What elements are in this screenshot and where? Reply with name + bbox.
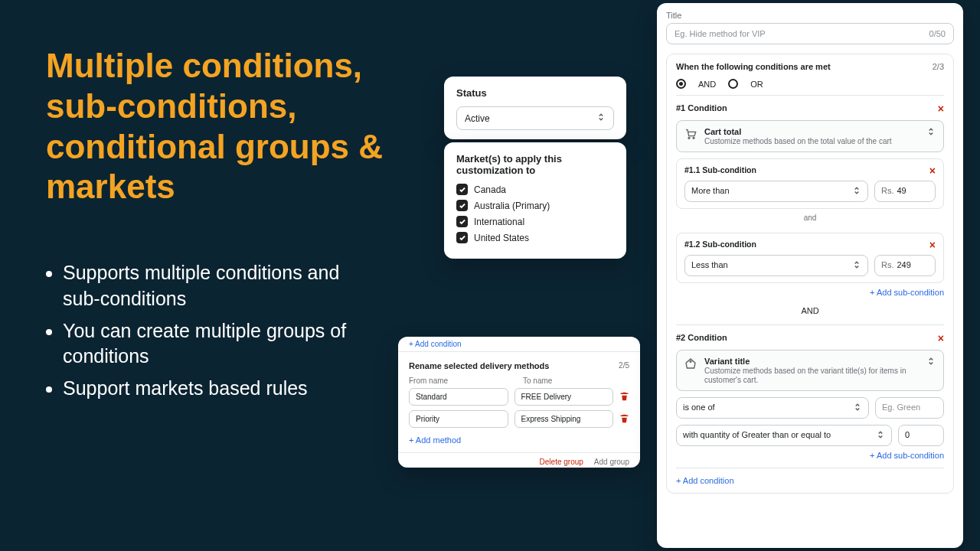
remove-sub-icon[interactable]: × xyxy=(929,165,936,176)
operator-select[interactable]: More than xyxy=(684,181,868,202)
from-name-label: From name xyxy=(409,377,515,385)
rename-count: 2/5 xyxy=(619,361,629,370)
rename-row: Standard FREE Delivery xyxy=(409,388,629,406)
value-input[interactable]: Rs. 249 xyxy=(874,255,936,276)
chevron-sort-icon xyxy=(852,186,861,197)
or-radio[interactable] xyxy=(728,79,738,89)
condition-count: 2/3 xyxy=(933,62,944,71)
hero-bullet: Supports multiple conditions and sub-con… xyxy=(63,260,361,312)
to-name-input[interactable]: FREE Delivery xyxy=(514,388,614,406)
from-name-input[interactable]: Standard xyxy=(409,388,508,406)
and-label: AND xyxy=(698,80,716,89)
svg-point-2 xyxy=(690,360,691,362)
trash-icon[interactable] xyxy=(619,391,629,403)
market-label: Australia (Primary) xyxy=(474,201,550,211)
condition-2: #2 Condition × Variant title Customize m… xyxy=(676,324,944,465)
condition-2-title: #2 Condition xyxy=(676,333,727,344)
svg-point-0 xyxy=(688,137,690,139)
sub-1-1-title: #1.1 Sub-condition xyxy=(684,165,756,176)
condition-1: #1 Condition × Cart total Customize meth… xyxy=(676,95,944,302)
chevron-sort-icon xyxy=(876,430,885,441)
or-label: OR xyxy=(750,80,763,89)
title-input[interactable]: Eg. Hide method for VIP 0/50 xyxy=(666,23,954,44)
sub-1-2-title: #1.2 Sub-condition xyxy=(684,240,756,250)
to-name-input[interactable]: Express Shipping xyxy=(514,410,614,428)
hero-bullets: Supports multiple conditions and sub-con… xyxy=(63,260,361,408)
condition-1-title: #1 Condition xyxy=(676,103,727,114)
operator-select[interactable]: is one of xyxy=(676,397,869,419)
status-select[interactable]: Active xyxy=(456,106,614,130)
market-label: United States xyxy=(474,233,529,243)
title-count: 0/50 xyxy=(929,29,946,38)
hero-title: Multiple conditions, sub-conditions, con… xyxy=(46,46,398,207)
add-sub-condition-link[interactable]: + Add sub-condition xyxy=(676,446,944,465)
quantity-input[interactable]: 0 xyxy=(898,425,944,446)
condition-type-select[interactable]: Cart total Customize methods based on th… xyxy=(676,120,944,152)
sub-condition-1-1: #1.1 Sub-condition × More than Rs. 49 xyxy=(676,158,944,209)
chevron-sort-icon xyxy=(596,112,606,124)
market-label: Canada xyxy=(474,184,506,195)
condition-type-title: Cart total xyxy=(704,127,920,136)
and-separator: AND xyxy=(676,302,944,320)
chevron-sort-icon xyxy=(926,127,936,138)
status-heading: Status xyxy=(456,87,614,99)
hero-bullet: You can create multiple groups of condit… xyxy=(63,318,361,370)
chevron-sort-icon xyxy=(852,260,861,271)
condition-type-desc: Customize methods based on the variant t… xyxy=(704,367,906,384)
chevron-sort-icon xyxy=(926,357,936,367)
quantity-op-select[interactable]: with quantity of Greater than or equal t… xyxy=(676,425,892,446)
checkbox-checked-icon[interactable] xyxy=(456,200,468,211)
value-input[interactable]: Rs. 49 xyxy=(874,181,936,202)
add-condition-link[interactable]: + Add condition xyxy=(676,468,944,485)
market-label: International xyxy=(474,217,524,227)
rename-card: + Add condition Rename selected delivery… xyxy=(398,337,640,468)
markets-card: Market(s) to apply this customization to… xyxy=(444,142,626,259)
status-value: Active xyxy=(465,113,490,124)
add-sub-condition-link[interactable]: + Add sub-condition xyxy=(676,283,944,302)
sub-condition-1-2: #1.2 Sub-condition × Less than Rs. 249 xyxy=(676,233,944,283)
currency-prefix: Rs. xyxy=(881,260,894,271)
condition-type-select[interactable]: Variant title Customize methods based on… xyxy=(676,350,944,391)
value-text: 249 xyxy=(897,260,911,271)
market-row[interactable]: United States xyxy=(456,232,614,243)
chevron-sort-icon xyxy=(853,403,862,413)
checkbox-checked-icon[interactable] xyxy=(456,184,468,195)
remove-condition-icon[interactable]: × xyxy=(938,103,944,114)
title-label: Title xyxy=(666,11,954,20)
add-method-link[interactable]: + Add method xyxy=(409,432,629,445)
delete-group-link[interactable]: Delete group xyxy=(540,458,583,466)
remove-sub-icon[interactable]: × xyxy=(929,240,936,250)
checkbox-checked-icon[interactable] xyxy=(456,216,468,227)
add-condition-strip[interactable]: + Add condition xyxy=(398,337,640,352)
condition-type-desc: Customize methods based on the total val… xyxy=(704,137,892,145)
when-heading: When the following conditions are met xyxy=(676,62,831,71)
status-card: Status Active xyxy=(444,77,626,139)
value-text: 49 xyxy=(897,186,906,197)
market-row[interactable]: Canada xyxy=(456,184,614,195)
market-row[interactable]: International xyxy=(456,216,614,227)
hero-bullet: Support markets based rules xyxy=(63,376,361,402)
condition-type-title: Variant title xyxy=(704,357,920,366)
currency-prefix: Rs. xyxy=(881,186,894,197)
trash-icon[interactable] xyxy=(619,413,629,425)
operator-select[interactable]: Less than xyxy=(684,255,868,276)
rename-row: Priority Express Shipping xyxy=(409,410,629,428)
svg-point-1 xyxy=(693,137,694,139)
to-name-label: To name xyxy=(523,377,629,385)
checkbox-checked-icon[interactable] xyxy=(456,232,468,243)
conditions-card: Title Eg. Hide method for VIP 0/50 When … xyxy=(657,3,963,548)
from-name-input[interactable]: Priority xyxy=(409,410,508,428)
cart-icon xyxy=(684,127,698,142)
value-input[interactable]: Eg. Green xyxy=(875,397,944,419)
title-placeholder: Eg. Hide method for VIP xyxy=(675,29,766,38)
and-separator: and xyxy=(676,209,944,227)
tag-icon xyxy=(684,357,698,371)
markets-heading: Market(s) to apply this customization to xyxy=(456,153,614,176)
rename-heading: Rename selected delivery methods xyxy=(409,361,549,370)
add-group-link[interactable]: Add group xyxy=(594,458,629,466)
and-radio[interactable] xyxy=(676,79,686,89)
market-row[interactable]: Australia (Primary) xyxy=(456,200,614,211)
remove-condition-icon[interactable]: × xyxy=(938,333,944,344)
